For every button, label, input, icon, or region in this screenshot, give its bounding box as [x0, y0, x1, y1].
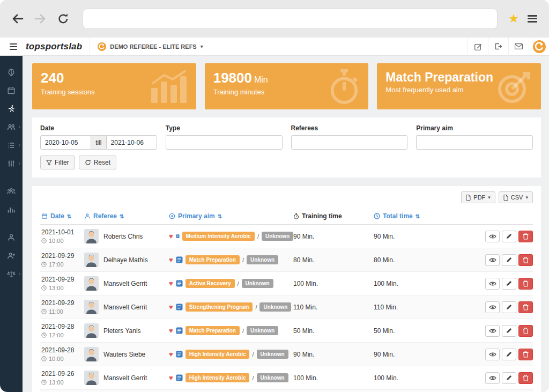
- brand-logo: [529, 38, 549, 56]
- eye-icon: [489, 375, 496, 381]
- sidebar-item-add-user[interactable]: [0, 247, 23, 265]
- type-filter-label: Type: [166, 124, 283, 132]
- sidebar-item-cognition[interactable]: [0, 63, 23, 82]
- primary-aim-filter-label: Primary aim: [416, 124, 533, 132]
- sort-referee-header[interactable]: Referee⇅: [84, 212, 124, 220]
- sidebar-item-statistics[interactable]: [0, 201, 23, 219]
- delete-button[interactable]: [518, 278, 533, 290]
- user-group-icon: [7, 187, 16, 196]
- edit-button[interactable]: [502, 231, 516, 242]
- total-time: 100 Min.: [374, 374, 480, 382]
- forward-button[interactable]: [32, 12, 48, 26]
- session-date: 2021-09-29: [41, 252, 84, 260]
- delete-button[interactable]: [518, 231, 533, 242]
- stat-card-training-minutes: 19800Min Training minutes: [205, 63, 369, 109]
- session-date: 2021-09-29: [41, 276, 84, 283]
- browser-window: ★ topsportslab DEMO REFEREE - ELITE REFS…: [0, 0, 549, 392]
- view-button[interactable]: [485, 278, 500, 290]
- total-time: 110 Min.: [374, 304, 480, 311]
- view-button[interactable]: [485, 231, 500, 242]
- aim-separator: /: [257, 233, 259, 240]
- stat-cards: 240 Training sessions 19800Min Training …: [32, 63, 541, 109]
- training-time: 90 Min.: [293, 233, 374, 240]
- secondary-aim-badge: Unknown: [259, 302, 291, 312]
- date-from-input[interactable]: [40, 135, 91, 150]
- bar-chart-icon: [7, 205, 16, 214]
- edit-button[interactable]: [502, 278, 516, 290]
- session-time: 12:00: [49, 332, 64, 338]
- stat-card-most-used-aim: Match Preparation Most frequently used a…: [377, 63, 541, 109]
- clock-icon: [41, 285, 47, 291]
- sidebar-item-levels[interactable]: ›: [0, 154, 23, 173]
- primary-aim-badge: Medium Intensity Aerobic: [182, 232, 255, 241]
- app-logo: topsportslab: [26, 41, 90, 52]
- reset-button[interactable]: Reset: [79, 156, 116, 169]
- view-button[interactable]: [485, 301, 500, 313]
- back-button[interactable]: [10, 12, 26, 26]
- table-row: 2021-09-29 11:00 Mansvelt Gerrit ♥ Stren…: [40, 295, 533, 319]
- edit-button[interactable]: [502, 254, 516, 266]
- session-date: 2021-09-29: [41, 299, 84, 307]
- trash-icon: [523, 328, 529, 334]
- avatar: [84, 276, 99, 291]
- filter-button[interactable]: Filter: [40, 156, 75, 169]
- table-row: 2021-09-25 13:00 Lagerweij Bilal ♥ Activ…: [40, 390, 533, 392]
- delete-button[interactable]: [518, 349, 533, 360]
- edit-button[interactable]: [502, 325, 516, 337]
- team-selector[interactable]: DEMO REFEREE - ELITE REFS ▾: [90, 38, 210, 56]
- primary-aim-badge: Active Recovery: [186, 279, 235, 288]
- avatar: [84, 371, 99, 385]
- sort-total-time-header[interactable]: Total time⇅: [374, 212, 480, 220]
- file-icon: [503, 195, 508, 201]
- table-row: 2021-10-01 10:00 Roberts Chris ♥ Medium …: [40, 225, 533, 248]
- primary-aim-input[interactable]: [416, 135, 533, 150]
- export-pdf-button[interactable]: PDF▾: [461, 191, 495, 203]
- referee-name: Delhaye Mathis: [103, 256, 148, 264]
- eye-icon: [489, 328, 496, 334]
- sidebar-item-profile[interactable]: [0, 228, 23, 247]
- edit-button[interactable]: [468, 38, 488, 56]
- journal-icon: [176, 351, 183, 358]
- sort-primary-aim-header[interactable]: Primary aim⇅: [169, 212, 222, 220]
- reset-icon: [85, 159, 91, 166]
- logout-button[interactable]: [488, 38, 508, 56]
- heart-icon: ♥: [169, 256, 173, 263]
- view-button[interactable]: [485, 372, 500, 384]
- edit-button[interactable]: [502, 301, 516, 313]
- secondary-aim-badge: Unknown: [247, 255, 278, 264]
- view-button[interactable]: [485, 349, 500, 360]
- delete-button[interactable]: [518, 254, 533, 266]
- browser-menu-button[interactable]: [525, 13, 539, 24]
- table-row: 2021-09-28 10:00 Wauters Siebe ♥ High In…: [40, 343, 533, 366]
- user-icon: [84, 213, 91, 219]
- edit-button[interactable]: [502, 372, 516, 384]
- url-input[interactable]: [83, 9, 498, 29]
- sidebar-item-tests[interactable]: ›: [0, 136, 23, 154]
- sort-date-header[interactable]: Date⇅: [41, 212, 84, 220]
- sidebar-item-calendar[interactable]: [0, 82, 23, 100]
- pencil-icon: [506, 351, 512, 357]
- sidebar-item-comparison[interactable]: ›: [0, 265, 23, 283]
- stat-card-training-sessions: 240 Training sessions: [32, 63, 196, 109]
- sidebar-item-training[interactable]: [0, 100, 23, 118]
- date-to-input[interactable]: [106, 135, 157, 150]
- view-button[interactable]: [485, 254, 500, 266]
- export-csv-button[interactable]: CSV▾: [499, 191, 533, 203]
- type-input[interactable]: [166, 135, 283, 150]
- mail-icon: [515, 43, 523, 49]
- chevron-down-icon: ▾: [525, 195, 528, 200]
- bookmark-star-icon[interactable]: ★: [508, 13, 519, 25]
- view-button[interactable]: [485, 325, 500, 337]
- user-plus-icon: [7, 252, 16, 260]
- sidebar-item-players[interactable]: ›: [0, 118, 23, 136]
- sidebar-item-groups[interactable]: [0, 182, 23, 201]
- delete-button[interactable]: [518, 372, 533, 384]
- date-filter-label: Date: [40, 124, 157, 132]
- app-menu-button[interactable]: [8, 41, 19, 52]
- mail-button[interactable]: [508, 38, 529, 56]
- reload-button[interactable]: [55, 10, 72, 27]
- edit-button[interactable]: [502, 349, 516, 360]
- referees-input[interactable]: [291, 135, 408, 150]
- delete-button[interactable]: [518, 301, 533, 313]
- delete-button[interactable]: [518, 325, 533, 337]
